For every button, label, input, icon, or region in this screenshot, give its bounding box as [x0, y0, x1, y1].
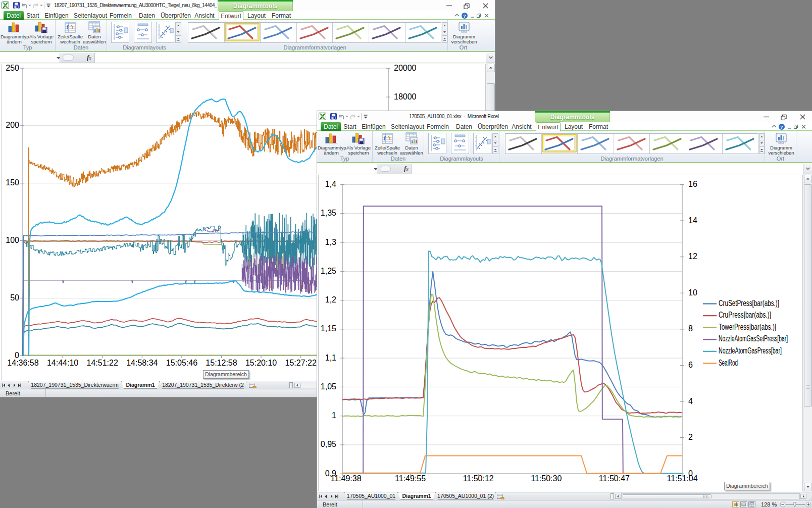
svg-text:1,05: 1,05: [321, 382, 336, 391]
svg-text:1: 1: [332, 411, 336, 420]
svg-text:11:49:55: 11:49:55: [395, 474, 426, 483]
svg-text:4: 4: [688, 397, 693, 405]
svg-text:100: 100: [6, 236, 19, 244]
svg-text:14:36:58: 14:36:58: [7, 359, 38, 367]
svg-text:14:51:22: 14:51:22: [87, 359, 118, 367]
svg-text:2: 2: [688, 433, 693, 441]
svg-text:?: ?: [463, 14, 466, 19]
svg-text:11:50:12: 11:50:12: [463, 474, 494, 483]
svg-text:150: 150: [6, 178, 19, 187]
svg-text:18000: 18000: [394, 92, 417, 101]
svg-text:NozzleAtomGasSetPress[bar]: NozzleAtomGasSetPress[bar]: [719, 334, 788, 343]
svg-text:10: 10: [688, 288, 697, 297]
svg-text:15:05:46: 15:05:46: [166, 359, 197, 367]
svg-text:1,4: 1,4: [325, 180, 336, 188]
svg-text:11:50:30: 11:50:30: [531, 474, 562, 483]
svg-text:20000: 20000: [394, 64, 417, 72]
svg-text:200: 200: [6, 121, 19, 129]
svg-text:250: 250: [6, 64, 19, 72]
svg-text:NozzleAtomGasPress[bar]: NozzleAtomGasPress[bar]: [719, 346, 782, 355]
svg-text:50: 50: [10, 293, 19, 302]
svg-text:11:51:04: 11:51:04: [667, 474, 697, 483]
svg-text:11:49:38: 11:49:38: [330, 474, 361, 483]
svg-text:15:12:58: 15:12:58: [206, 359, 237, 367]
svg-text:15:27:22: 15:27:22: [285, 359, 317, 367]
svg-text:6: 6: [688, 361, 693, 369]
svg-text:CruPress[bar(abs.)]: CruPress[bar(abs.)]: [719, 311, 771, 319]
svg-text:16: 16: [688, 180, 697, 188]
svg-text:0,95: 0,95: [321, 440, 336, 448]
svg-text:15:20:10: 15:20:10: [245, 359, 277, 367]
svg-text:SealRod: SealRod: [719, 359, 738, 367]
svg-text:14:44:10: 14:44:10: [47, 359, 78, 367]
svg-text:1,15: 1,15: [321, 324, 336, 333]
svg-text:1,1: 1,1: [325, 353, 336, 362]
svg-text:12: 12: [688, 252, 697, 261]
svg-text:?: ?: [780, 125, 783, 130]
svg-text:14:58:34: 14:58:34: [126, 359, 158, 367]
svg-text:1,35: 1,35: [321, 209, 336, 217]
svg-text:CruSetPress[bar(abs.)]: CruSetPress[bar(abs.)]: [719, 299, 779, 308]
svg-text:TowerPress[bar(abs.)]: TowerPress[bar(abs.)]: [719, 323, 776, 331]
svg-text:14: 14: [688, 216, 697, 225]
svg-text:11:50:47: 11:50:47: [599, 474, 630, 483]
svg-text:1,25: 1,25: [321, 267, 336, 275]
svg-text:1,2: 1,2: [325, 295, 336, 304]
svg-text:8: 8: [688, 324, 693, 333]
svg-text:1,3: 1,3: [325, 238, 336, 246]
